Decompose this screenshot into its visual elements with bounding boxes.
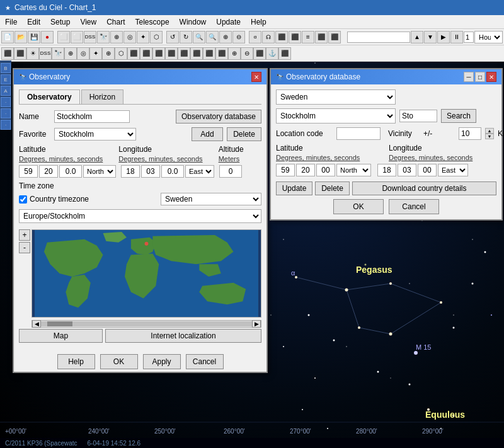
lon-dir-select[interactable]: East West — [185, 165, 214, 178]
tz-zone-select[interactable]: Europe/Stockholm — [19, 209, 261, 223]
db-lon-deg-input[interactable] — [377, 164, 396, 176]
tb2-b7[interactable]: ◎ — [77, 47, 89, 60]
lat-min-input[interactable] — [39, 165, 58, 178]
tb2-b9[interactable]: ⊕ — [102, 47, 115, 60]
sidebar-btn-1[interactable]: B — [1, 63, 11, 73]
search-button[interactable]: Search — [441, 109, 476, 123]
tb-b11[interactable]: ⊕ — [219, 31, 232, 43]
country-tz-checkbox[interactable] — [19, 195, 27, 204]
db-lon-sec-input[interactable] — [418, 164, 437, 176]
map-scrollbar[interactable]: ◀ ▶ — [32, 320, 261, 328]
time-input[interactable] — [347, 32, 410, 43]
tb2-b2[interactable]: ⬛ — [14, 47, 26, 60]
tb-b14[interactable]: ☊ — [262, 31, 275, 43]
tb2-b12[interactable]: ⬛ — [140, 47, 152, 60]
scroll-right-button[interactable]: ▶ — [252, 320, 261, 328]
tb2-b21[interactable]: ⬛ — [253, 47, 266, 60]
altitude-input[interactable] — [219, 165, 242, 178]
city-select[interactable]: Stockholm — [276, 108, 396, 123]
tb-copy[interactable]: ⬜ — [57, 31, 70, 43]
menu-edit[interactable]: Edit — [22, 16, 45, 28]
tb-b8[interactable]: ↻ — [180, 31, 192, 43]
obs-db-close-button[interactable]: ✕ — [486, 72, 496, 82]
tab-horizon[interactable]: Horizon — [81, 89, 123, 104]
menu-window[interactable]: Window — [175, 16, 212, 28]
search-text-input[interactable] — [399, 110, 437, 122]
db-lat-deg-input[interactable] — [276, 164, 295, 176]
delete-button[interactable]: Delete — [227, 127, 261, 141]
tb-play[interactable]: ▶ — [437, 31, 450, 43]
menu-update[interactable]: Update — [211, 16, 246, 28]
tb2-b20[interactable]: ⊖ — [241, 47, 253, 60]
menu-view[interactable]: View — [75, 16, 101, 28]
tb-b5[interactable]: ✦ — [137, 31, 149, 43]
tb-b7[interactable]: ↺ — [166, 31, 179, 43]
country-tz-label[interactable]: Country timezone — [19, 195, 89, 204]
internet-localization-button[interactable]: Internet localization — [105, 329, 261, 343]
lon-min-input[interactable] — [141, 165, 160, 178]
vicinity-input[interactable] — [459, 127, 481, 140]
sidebar-btn-4[interactable]: · — [1, 97, 11, 107]
db-lat-dir-select[interactable]: North South — [336, 164, 371, 176]
tz-country-select[interactable]: Sweden — [161, 193, 261, 205]
menu-telescope[interactable]: Telescope — [130, 16, 175, 28]
favorite-select[interactable]: Stockholm — [54, 128, 136, 141]
db-lat-min-input[interactable] — [296, 164, 315, 176]
tb2-b3[interactable]: ☀ — [26, 47, 39, 60]
zoom-out-button[interactable]: - — [19, 242, 30, 253]
tb-b12[interactable]: ⊖ — [232, 31, 245, 43]
tb2-b17[interactable]: ⬛ — [203, 47, 215, 60]
tb2-b15[interactable]: ⬛ — [178, 47, 190, 60]
tb-b16[interactable]: ⬛ — [289, 31, 301, 43]
tb-step-up[interactable]: ▲ — [411, 31, 423, 43]
tb-b10[interactable]: 🔍 — [206, 31, 219, 43]
tb-new[interactable]: 📄 — [1, 31, 14, 43]
observatory-ok-button[interactable]: OK — [100, 354, 138, 369]
update-button[interactable]: Update — [276, 181, 312, 195]
sidebar-btn-3[interactable]: A — [1, 86, 11, 96]
tb-open[interactable]: 📂 — [14, 31, 27, 43]
vicinity-down-button[interactable]: ▼ — [485, 134, 494, 139]
speed-unit-select[interactable]: Hour — [474, 31, 503, 43]
map-scrollbar-thumb[interactable] — [47, 321, 72, 326]
download-button[interactable]: Download country details — [352, 181, 496, 195]
tb2-b19[interactable]: ⊕ — [228, 47, 241, 60]
tb2-b13[interactable]: ⬛ — [152, 47, 165, 60]
lon-deg-input[interactable] — [121, 165, 140, 178]
db-lon-min-input[interactable] — [398, 164, 416, 176]
tb-b2[interactable]: 🔭 — [97, 31, 110, 43]
tb-b13[interactable]: α — [249, 31, 261, 43]
map-button[interactable]: Map — [19, 329, 103, 343]
tb-save[interactable]: 💾 — [28, 31, 40, 43]
vicinity-up-button[interactable]: ▲ — [485, 128, 494, 134]
observatory-cancel-button[interactable]: Cancel — [186, 354, 224, 369]
tb2-b5[interactable]: 🔭 — [52, 47, 64, 60]
scroll-left-button[interactable]: ◀ — [32, 320, 41, 328]
db-ok-button[interactable]: OK — [333, 199, 384, 214]
tb-b6[interactable]: ⬡ — [150, 31, 163, 43]
tb-b4[interactable]: ◎ — [123, 31, 136, 43]
country-select[interactable]: Sweden — [276, 89, 396, 105]
tb2-b4[interactable]: DSS — [39, 47, 52, 60]
name-input[interactable] — [54, 110, 130, 123]
speed-input[interactable] — [464, 32, 474, 43]
tb2-b16[interactable]: ⬛ — [190, 47, 203, 60]
apply-button[interactable]: Apply — [143, 354, 181, 369]
zoom-in-button[interactable]: + — [19, 229, 30, 241]
help-button[interactable]: Help — [57, 354, 95, 369]
tb2-b18[interactable]: ⬛ — [215, 47, 228, 60]
tb-b1[interactable]: DSS — [84, 31, 96, 43]
map-display[interactable] — [32, 229, 261, 318]
observatory-close-button[interactable]: ✕ — [251, 72, 261, 82]
tb2-b11[interactable]: ⬛ — [127, 47, 140, 60]
location-code-input[interactable] — [336, 127, 381, 140]
add-button[interactable]: Add — [192, 127, 223, 141]
tb2-b10[interactable]: ⬡ — [115, 47, 127, 60]
menu-setup[interactable]: Setup — [45, 16, 75, 28]
db-lon-dir-select[interactable]: East West — [438, 164, 468, 176]
tb-b9[interactable]: 🔍 — [193, 31, 205, 43]
sidebar-btn-5[interactable]: · — [1, 108, 11, 118]
tb-step-down[interactable]: ▼ — [424, 31, 437, 43]
tb2-b6[interactable]: ⊕ — [64, 47, 77, 60]
tb2-b22[interactable]: ⚓ — [266, 47, 278, 60]
